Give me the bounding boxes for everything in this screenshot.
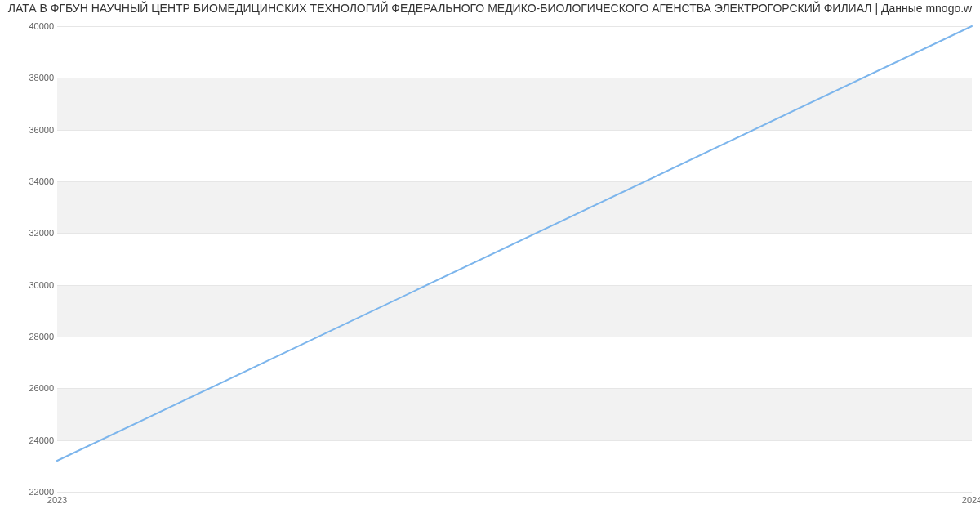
chart-title: ЛАТА В ФГБУН НАУЧНЫЙ ЦЕНТР БИОМЕДИЦИНСКИ… — [0, 2, 980, 15]
y-axis-tick: 34000 — [5, 176, 54, 186]
plot-area — [57, 26, 972, 493]
series-line — [57, 26, 972, 461]
x-axis-tick: 2023 — [47, 495, 67, 505]
y-axis-tick: 32000 — [5, 228, 54, 238]
chart-container: ЛАТА В ФГБУН НАУЧНЫЙ ЦЕНТР БИОМЕДИЦИНСКИ… — [0, 0, 980, 531]
y-axis-tick: 38000 — [5, 73, 54, 83]
y-axis-tick: 28000 — [5, 332, 54, 341]
y-axis-tick: 36000 — [5, 125, 54, 135]
x-axis-tick: 2024 — [962, 495, 980, 505]
y-axis-tick: 30000 — [5, 280, 54, 290]
line-layer — [57, 26, 972, 492]
y-axis-tick: 24000 — [5, 435, 54, 445]
y-axis-tick: 26000 — [5, 383, 54, 393]
y-axis-tick: 40000 — [5, 21, 54, 31]
gridline — [57, 492, 972, 493]
